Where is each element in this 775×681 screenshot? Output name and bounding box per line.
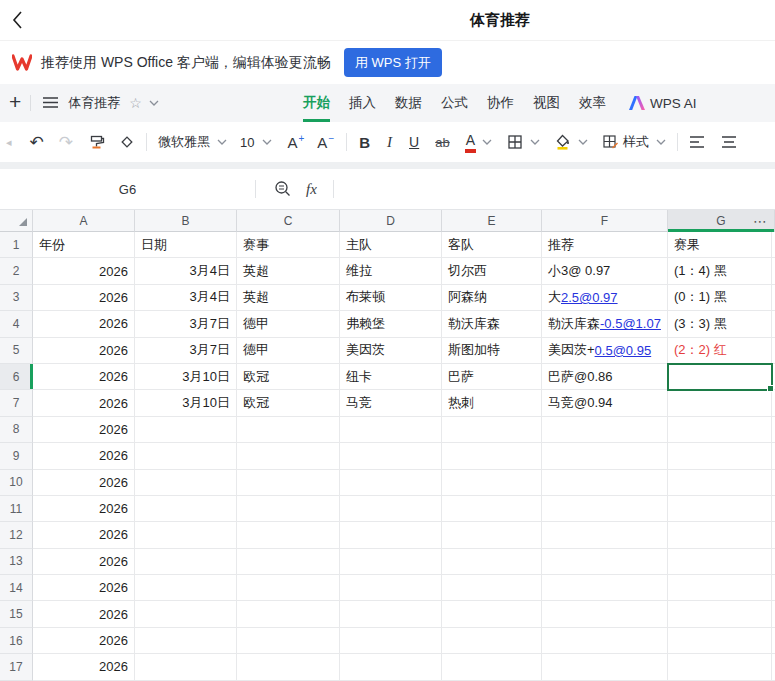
- cell-C16[interactable]: [237, 628, 340, 654]
- cell-B1[interactable]: 日期: [135, 232, 237, 258]
- cell-A16[interactable]: 2026: [33, 628, 135, 654]
- undo-button[interactable]: ↶: [30, 132, 44, 153]
- cell-D11[interactable]: [340, 496, 442, 522]
- cell-G14[interactable]: [668, 575, 772, 601]
- row-header-9[interactable]: 9: [0, 443, 33, 469]
- sheet-name-label[interactable]: 体育推荐: [68, 94, 120, 112]
- cell-B7[interactable]: 3月10日: [135, 390, 237, 416]
- font-color-button[interactable]: A: [466, 132, 475, 153]
- star-icon[interactable]: ☆: [129, 95, 142, 111]
- cell-B11[interactable]: [135, 496, 237, 522]
- cell-B13[interactable]: [135, 549, 237, 575]
- collapse-toolbar-icon[interactable]: ◂: [6, 136, 12, 149]
- cell-D16[interactable]: [340, 628, 442, 654]
- cell-D17[interactable]: [340, 654, 442, 680]
- format-painter-button[interactable]: [88, 134, 105, 151]
- cell-D5[interactable]: 美因茨: [340, 338, 442, 364]
- column-header-B[interactable]: B: [135, 210, 237, 232]
- cell-F5[interactable]: 美因茨+0.5@0.95: [542, 338, 668, 364]
- cell-B2[interactable]: 3月4日: [135, 258, 237, 284]
- cell-style-button[interactable]: 样式: [602, 133, 649, 151]
- hyperlink[interactable]: 2.5@0.97: [561, 290, 618, 305]
- cell-G10[interactable]: [668, 470, 772, 496]
- more-columns-button[interactable]: ⋯: [753, 210, 768, 232]
- column-header-D[interactable]: D: [340, 210, 442, 232]
- cell-A15[interactable]: 2026: [33, 601, 135, 627]
- row-header-10[interactable]: 10: [0, 470, 33, 496]
- cell-G13[interactable]: [668, 549, 772, 575]
- cell-F7[interactable]: 马竞@0.94: [542, 390, 668, 416]
- cell-A4[interactable]: 2026: [33, 311, 135, 337]
- cell-G17[interactable]: [668, 654, 772, 680]
- cell-D14[interactable]: [340, 575, 442, 601]
- tab-insert[interactable]: 插入: [349, 84, 376, 122]
- cell-E10[interactable]: [442, 470, 542, 496]
- tab-data[interactable]: 数据: [395, 84, 422, 122]
- cell-D6[interactable]: 纽卡: [340, 364, 442, 390]
- cell-D8[interactable]: [340, 417, 442, 443]
- bold-button[interactable]: B: [359, 134, 370, 151]
- column-header-C[interactable]: C: [237, 210, 340, 232]
- cell-E15[interactable]: [442, 601, 542, 627]
- cell-B10[interactable]: [135, 470, 237, 496]
- fill-color-dropdown[interactable]: [578, 139, 588, 145]
- cell-B3[interactable]: 3月4日: [135, 285, 237, 311]
- cell-C13[interactable]: [237, 549, 340, 575]
- row-header-3[interactable]: 3: [0, 285, 33, 311]
- cell-A13[interactable]: 2026: [33, 549, 135, 575]
- row-header-6[interactable]: 6: [0, 364, 33, 390]
- row-header-4[interactable]: 4: [0, 311, 33, 337]
- cell-G9[interactable]: [668, 443, 772, 469]
- cell-C9[interactable]: [237, 443, 340, 469]
- column-header-F[interactable]: F: [542, 210, 668, 232]
- cell-E5[interactable]: 斯图加特: [442, 338, 542, 364]
- cell-D15[interactable]: [340, 601, 442, 627]
- cell-G12[interactable]: [668, 522, 772, 548]
- cell-F14[interactable]: [542, 575, 668, 601]
- search-in-sheet-button[interactable]: [274, 180, 292, 198]
- sheet-menu-button[interactable]: [43, 94, 58, 112]
- cell-A10[interactable]: 2026: [33, 470, 135, 496]
- row-header-14[interactable]: 14: [0, 575, 33, 601]
- cell-D1[interactable]: 主队: [340, 232, 442, 258]
- align-left-button[interactable]: [689, 135, 705, 149]
- cell-G8[interactable]: [668, 417, 772, 443]
- cell-C8[interactable]: [237, 417, 340, 443]
- cell-E11[interactable]: [442, 496, 542, 522]
- tab-view[interactable]: 视图: [533, 84, 560, 122]
- cell-F8[interactable]: [542, 417, 668, 443]
- row-header-13[interactable]: 13: [0, 549, 33, 575]
- cell-E1[interactable]: 客队: [442, 232, 542, 258]
- cell-A11[interactable]: 2026: [33, 496, 135, 522]
- row-header-17[interactable]: 17: [0, 654, 33, 680]
- row-header-5[interactable]: 5: [0, 338, 33, 364]
- cell-D13[interactable]: [340, 549, 442, 575]
- font-size-dropdown[interactable]: [262, 139, 272, 145]
- italic-button[interactable]: I: [387, 134, 392, 151]
- cell-C11[interactable]: [237, 496, 340, 522]
- cell-E17[interactable]: [442, 654, 542, 680]
- cell-A12[interactable]: 2026: [33, 522, 135, 548]
- fill-color-button[interactable]: [554, 134, 571, 150]
- cell-B14[interactable]: [135, 575, 237, 601]
- cell-D4[interactable]: 弗赖堡: [340, 311, 442, 337]
- cell-C12[interactable]: [237, 522, 340, 548]
- formula-input[interactable]: [334, 169, 775, 209]
- cell-E9[interactable]: [442, 443, 542, 469]
- cell-G2[interactable]: (1：4) 黑: [668, 258, 772, 284]
- cell-C4[interactable]: 德甲: [237, 311, 340, 337]
- cell-F4[interactable]: 勒沃库森-0.5@1.07: [542, 311, 668, 337]
- cell-B15[interactable]: [135, 601, 237, 627]
- font-size-select[interactable]: 10: [240, 135, 254, 150]
- column-header-E[interactable]: E: [442, 210, 542, 232]
- cell-C14[interactable]: [237, 575, 340, 601]
- strikethrough-button[interactable]: ab: [435, 135, 449, 150]
- cell-G16[interactable]: [668, 628, 772, 654]
- open-with-wps-button[interactable]: 用 WPS 打开: [344, 48, 442, 77]
- cell-D2[interactable]: 维拉: [340, 258, 442, 284]
- cell-B4[interactable]: 3月7日: [135, 311, 237, 337]
- cell-B16[interactable]: [135, 628, 237, 654]
- cell-F13[interactable]: [542, 549, 668, 575]
- add-sheet-button[interactable]: +: [0, 90, 30, 116]
- borders-button[interactable]: [507, 134, 523, 150]
